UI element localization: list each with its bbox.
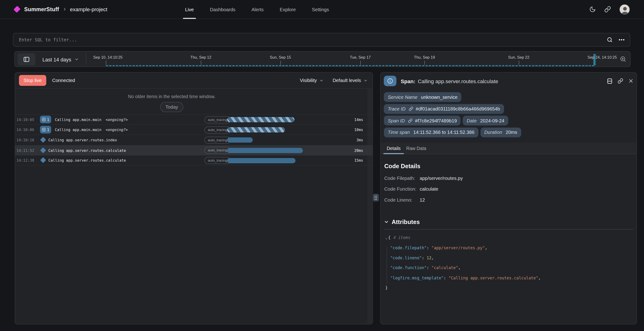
org-name[interactable]: SummerStuff bbox=[24, 6, 59, 12]
live-log-panel: Stop live Connected Visibility Default l… bbox=[15, 72, 373, 324]
tag-pill[interactable]: auto_tracing bbox=[204, 147, 231, 154]
log-timestamp: 14:12:38 bbox=[16, 158, 40, 162]
json-entry: "logfire.msg_template": "Calling app.ser… bbox=[385, 273, 633, 283]
json-open-line[interactable]: ⌄{4 items bbox=[385, 232, 633, 243]
nav-right-actions bbox=[589, 4, 630, 14]
span-link-icon[interactable] bbox=[408, 118, 413, 123]
log-row[interactable]: 14:10:05 1 Calling app.main.main <ongoin… bbox=[15, 114, 373, 124]
duration-bar bbox=[227, 148, 303, 153]
tag-pill[interactable]: auto_tracing bbox=[204, 116, 231, 123]
today-button[interactable]: Today bbox=[160, 102, 183, 112]
duration-value: 10ms bbox=[354, 128, 363, 132]
log-row[interactable]: 14:10:16 Calling app.server.routes.index… bbox=[15, 135, 373, 145]
close-icon[interactable] bbox=[628, 78, 633, 84]
json-entry: "code.function": "calculate", bbox=[385, 263, 633, 273]
share-link-icon[interactable] bbox=[604, 6, 611, 13]
more-options-icon[interactable] bbox=[618, 37, 625, 43]
duration-value: 15ms bbox=[354, 158, 363, 162]
collapsed-count: 1 bbox=[47, 117, 49, 122]
search-icon[interactable] bbox=[607, 37, 613, 43]
service-name-badge[interactable]: Service Name unknown_service bbox=[384, 92, 462, 102]
time-range-dropdown[interactable]: Last 14 days bbox=[42, 52, 79, 68]
timeline-tick-label: Thu, Sep 19 bbox=[414, 55, 435, 59]
sql-filter-input[interactable]: Enter SQL to filter... bbox=[19, 37, 77, 42]
log-row[interactable]: 14:10:06 1 Calling app.main.main <ongoin… bbox=[15, 124, 373, 135]
code-filepath-row: Code Filepath: app/server/routes.py bbox=[384, 176, 633, 181]
attributes-heading: Attributes bbox=[392, 218, 420, 226]
json-entry: "code.filepath": "app/server/routes.py", bbox=[385, 243, 633, 253]
default-levels-dropdown[interactable]: Default levels bbox=[332, 78, 368, 83]
time-range-label: Last 14 days bbox=[42, 56, 71, 62]
code-details-heading: Code Details bbox=[384, 163, 633, 170]
tab-alerts[interactable]: Alerts bbox=[252, 0, 264, 19]
trace-id-badge[interactable]: Trace ID #df01acad0311189c8b66a466d96965… bbox=[384, 104, 504, 114]
chevron-down-icon bbox=[74, 57, 79, 62]
timeline-bar: Last 14 days Sep 10, 14:10:25 Thu, Sep 1… bbox=[14, 51, 631, 67]
timeline-tick-label: Sun, Sep 15 bbox=[270, 55, 291, 59]
log-message: Calling app.server.routes.calculate bbox=[48, 158, 126, 162]
tag-pill[interactable]: auto_tracing bbox=[204, 137, 231, 144]
span-title: Calling app.server.routes.calculate bbox=[418, 78, 498, 84]
timeline-tick-label: Thu, Sep 12 bbox=[190, 55, 212, 59]
collapsed-spans-badge[interactable]: 1 bbox=[40, 126, 51, 134]
attributes-toggle[interactable]: Attributes bbox=[384, 218, 633, 226]
log-timestamp: 14:10:16 bbox=[16, 138, 40, 142]
breadcrumb-chevron-icon bbox=[62, 8, 66, 12]
nav-tabs: Live Dashboards Alerts Explore Settings bbox=[185, 0, 329, 19]
tag-pill[interactable]: auto_tracing bbox=[204, 126, 231, 134]
log-row[interactable]: 14:12:38 Calling app.server.routes.calcu… bbox=[15, 155, 373, 166]
trace-link-icon[interactable] bbox=[409, 106, 413, 111]
span-header-actions bbox=[607, 78, 633, 84]
theme-moon-icon[interactable] bbox=[589, 6, 596, 13]
duration-value: 14ms bbox=[354, 118, 363, 122]
code-lineno-row: Code Lineno: 12 bbox=[384, 197, 633, 202]
tab-settings[interactable]: Settings bbox=[312, 0, 329, 19]
tab-details[interactable]: Details bbox=[384, 146, 404, 154]
sidebar-toggle-button[interactable] bbox=[18, 53, 36, 66]
chevron-down-icon bbox=[319, 78, 324, 82]
code-function-row: Code Function: calculate bbox=[384, 186, 633, 192]
copy-link-icon[interactable] bbox=[617, 78, 623, 84]
log-row-selected[interactable]: 14:11:52 Calling app.server.routes.calcu… bbox=[15, 145, 373, 155]
span-diamond-icon bbox=[40, 137, 46, 143]
duration-bar bbox=[227, 158, 296, 163]
live-panel-header: Stop live Connected Visibility Default l… bbox=[15, 73, 373, 89]
collapsed-spans-badge[interactable]: 1 bbox=[40, 116, 51, 123]
log-timestamp: 14:11:52 bbox=[16, 148, 40, 152]
timeline-end-label: Sep 24, 14:10:25 bbox=[588, 55, 617, 59]
tag-pill[interactable]: auto_tracing bbox=[204, 157, 231, 164]
empty-window-notice: No older items in the selected time wind… bbox=[15, 89, 328, 112]
log-message: Calling app.main.main bbox=[55, 118, 102, 122]
sql-filter-bar: Enter SQL to filter... bbox=[13, 33, 630, 47]
duration-bar bbox=[227, 117, 294, 122]
detail-tabs: Details Raw Data bbox=[381, 142, 636, 154]
time-span-badge: Time span 14:11:52.366 to 14:11:52.386 bbox=[384, 127, 478, 137]
tab-live[interactable]: Live bbox=[185, 0, 194, 19]
sidebar-panel-icon bbox=[24, 57, 30, 62]
log-message: Calling app.main.main bbox=[55, 128, 102, 132]
span-detail-header: Span: Calling app.server.routes.calculat… bbox=[384, 76, 633, 86]
expand-plus-icon bbox=[42, 118, 46, 122]
span-id-badge[interactable]: Span ID #f7c8e294f7489b19 bbox=[384, 116, 461, 126]
tab-explore[interactable]: Explore bbox=[280, 0, 296, 19]
brand-logo-icon[interactable] bbox=[14, 6, 20, 13]
visibility-dropdown[interactable]: Visibility bbox=[300, 78, 324, 83]
chevron-down-icon bbox=[364, 78, 368, 82]
tab-raw-data[interactable]: Raw Data bbox=[404, 146, 429, 154]
log-message: Calling app.server.routes.calculate bbox=[48, 148, 126, 152]
project-name[interactable]: example-project bbox=[70, 6, 107, 12]
split-view-icon[interactable] bbox=[607, 78, 612, 84]
timeline-zoom-in-icon[interactable] bbox=[620, 56, 626, 62]
stop-live-button[interactable]: Stop live bbox=[19, 75, 46, 86]
collapsed-count: 1 bbox=[47, 128, 49, 132]
json-entry: "code.lineno": 12, bbox=[385, 253, 633, 263]
panel-resize-handle[interactable] bbox=[373, 194, 379, 202]
json-close-line: } bbox=[385, 283, 633, 293]
span-detail-panel: Span: Calling app.server.routes.calculat… bbox=[380, 72, 637, 324]
timeline-tick-label: Tue, Sep 17 bbox=[350, 55, 370, 59]
user-avatar[interactable] bbox=[620, 4, 630, 14]
duration-bar bbox=[227, 138, 253, 143]
timeline-activity-axis[interactable] bbox=[106, 65, 595, 66]
duration-value: 3ms bbox=[356, 138, 363, 142]
tab-dashboards[interactable]: Dashboards bbox=[210, 0, 235, 19]
